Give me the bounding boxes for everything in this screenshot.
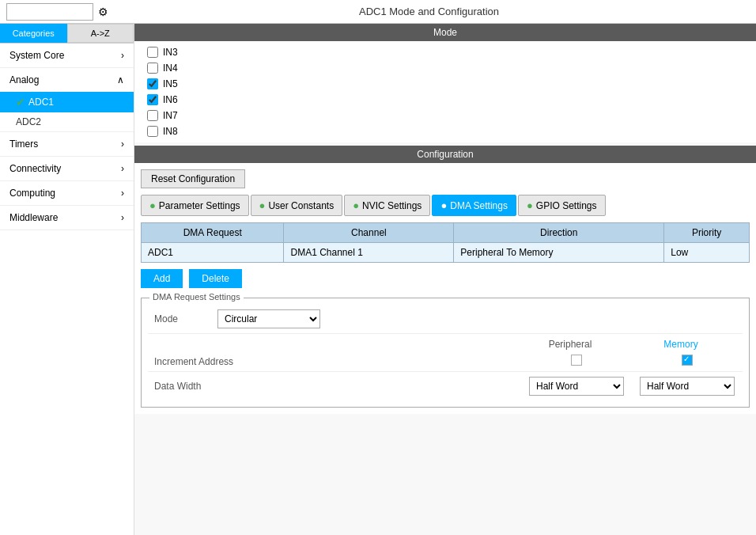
mode-header: Mode bbox=[134, 24, 756, 41]
dma-table: DMA Request Channel Direction Priority A… bbox=[141, 222, 750, 263]
tab-user-constants[interactable]: ● User Constants bbox=[251, 195, 343, 216]
tab-categories[interactable]: Categories bbox=[0, 24, 67, 43]
tab-az[interactable]: A->Z bbox=[67, 24, 134, 43]
checkbox-in7[interactable] bbox=[147, 110, 158, 121]
label-in7: IN7 bbox=[163, 110, 178, 121]
increment-address-label: Increment Address bbox=[148, 356, 521, 367]
reset-configuration-button[interactable]: Reset Configuration bbox=[141, 169, 245, 188]
sidebar: Categories A->Z System Core › Analog ∧ ✔… bbox=[0, 24, 134, 535]
label-in6: IN6 bbox=[163, 94, 178, 105]
tab-label-user-constants: User Constants bbox=[268, 200, 334, 211]
cell-direction: Peripheral To Memory bbox=[454, 243, 664, 263]
tab-parameter-settings[interactable]: ● Parameter Settings bbox=[141, 195, 249, 216]
mode-row: Mode Circular Normal bbox=[148, 305, 743, 334]
table-row[interactable]: ADC1 DMA1 Channel 1 Peripheral To Memory… bbox=[142, 243, 750, 263]
memory-data-width-select[interactable]: Half Word Byte Word bbox=[640, 377, 735, 396]
sidebar-label-timers: Timers bbox=[9, 138, 38, 150]
app-title: ADC1 Mode and Configuration bbox=[108, 6, 750, 17]
sidebar-label-middleware: Middleware bbox=[9, 212, 58, 223]
chevron-right-icon-timers: › bbox=[121, 138, 124, 150]
mode-item-in3: IN3 bbox=[147, 44, 743, 60]
chevron-right-icon-computing: › bbox=[121, 188, 124, 199]
sidebar-item-adc2[interactable]: ADC2 bbox=[0, 112, 134, 131]
sidebar-section-connectivity: Connectivity › bbox=[0, 157, 134, 181]
peripheral-increment-checkbox[interactable] bbox=[571, 355, 582, 366]
action-buttons: Add Delete bbox=[141, 269, 750, 288]
cell-priority: Low bbox=[664, 243, 750, 263]
delete-button[interactable]: Delete bbox=[189, 269, 242, 288]
sidebar-item-computing[interactable]: Computing › bbox=[0, 181, 134, 205]
configuration-header: Configuration bbox=[134, 146, 756, 163]
analog-children: ✔ ADC1 ADC2 bbox=[0, 92, 134, 131]
peripheral-checkbox-cell bbox=[521, 355, 632, 368]
sidebar-label-adc1: ADC1 bbox=[28, 97, 54, 108]
peripheral-data-width-cell: Half Word Byte Word bbox=[521, 377, 632, 396]
tab-gpio-settings[interactable]: ● GPIO Settings bbox=[518, 195, 606, 216]
cell-dma-request: ADC1 bbox=[142, 243, 284, 263]
tab-label-nvic: NVIC Settings bbox=[362, 200, 421, 211]
check-icon-dma: ● bbox=[440, 199, 447, 211]
mode-item-in8: IN8 bbox=[147, 123, 743, 139]
tab-label-gpio: GPIO Settings bbox=[536, 200, 597, 211]
check-icon-user-constants: ● bbox=[259, 199, 266, 211]
checkbox-in5[interactable] bbox=[147, 78, 158, 89]
chevron-right-icon-connectivity: › bbox=[121, 163, 124, 174]
top-bar: ⚙ ADC1 Mode and Configuration bbox=[0, 0, 756, 24]
data-width-row: Data Width Half Word Byte Word Half Word… bbox=[148, 372, 743, 400]
checkbox-in4[interactable] bbox=[147, 63, 158, 74]
memory-increment-checkbox[interactable] bbox=[682, 355, 693, 366]
check-icon-gpio: ● bbox=[527, 199, 533, 211]
configuration-content: Reset Configuration ● Parameter Settings… bbox=[134, 163, 756, 414]
sidebar-section-analog: Analog ∧ ✔ ADC1 ADC2 bbox=[0, 68, 134, 132]
sidebar-tab-bar: Categories A->Z bbox=[0, 24, 134, 44]
increment-address-row: Increment Address bbox=[148, 351, 743, 372]
add-button[interactable]: Add bbox=[141, 269, 183, 288]
dma-request-settings: DMA Request Settings Mode Circular Norma… bbox=[141, 298, 750, 408]
label-in5: IN5 bbox=[163, 78, 178, 89]
mode-list: IN3 IN4 IN5 IN6 IN7 IN8 bbox=[134, 41, 756, 142]
sidebar-label-system-core: System Core bbox=[9, 50, 64, 61]
main-layout: Categories A->Z System Core › Analog ∧ ✔… bbox=[0, 24, 756, 535]
sidebar-label-computing: Computing bbox=[9, 188, 55, 199]
tab-nvic-settings[interactable]: ● NVIC Settings bbox=[344, 195, 430, 216]
col-header-priority: Priority bbox=[664, 223, 750, 243]
checkbox-in8[interactable] bbox=[147, 126, 158, 137]
check-icon-nvic: ● bbox=[353, 199, 359, 211]
label-in8: IN8 bbox=[163, 126, 178, 137]
col-header-dma-request: DMA Request bbox=[142, 223, 284, 243]
col-header-channel: Channel bbox=[284, 223, 454, 243]
checkbox-in3[interactable] bbox=[147, 47, 158, 58]
peripheral-header: Peripheral bbox=[515, 339, 626, 350]
pm-header-row: Peripheral Memory bbox=[148, 334, 743, 351]
mode-item-in4: IN4 bbox=[147, 60, 743, 76]
peripheral-data-width-select[interactable]: Half Word Byte Word bbox=[529, 377, 624, 396]
sidebar-label-analog: Analog bbox=[9, 74, 39, 85]
chevron-right-icon-middleware: › bbox=[121, 212, 124, 223]
tab-dma-settings[interactable]: ● DMA Settings bbox=[432, 195, 516, 216]
label-in3: IN3 bbox=[163, 47, 178, 58]
content-area: Mode IN3 IN4 IN5 IN6 IN7 bbox=[134, 24, 756, 535]
label-in4: IN4 bbox=[163, 63, 178, 74]
sidebar-item-middleware[interactable]: Middleware › bbox=[0, 206, 134, 230]
tab-bar: ● Parameter Settings ● User Constants ● … bbox=[141, 195, 750, 216]
memory-checkbox-cell bbox=[632, 355, 743, 368]
memory-header: Memory bbox=[626, 339, 736, 350]
gear-button[interactable]: ⚙ bbox=[98, 6, 108, 18]
data-width-label: Data Width bbox=[148, 381, 521, 392]
sidebar-section-middleware: Middleware › bbox=[0, 206, 134, 230]
sidebar-label-connectivity: Connectivity bbox=[9, 163, 61, 174]
cell-channel: DMA1 Channel 1 bbox=[284, 243, 454, 263]
sidebar-item-system-core[interactable]: System Core › bbox=[0, 44, 134, 67]
sidebar-item-connectivity[interactable]: Connectivity › bbox=[0, 157, 134, 180]
search-input[interactable] bbox=[6, 3, 93, 21]
sidebar-label-adc2: ADC2 bbox=[16, 116, 41, 127]
sidebar-item-analog[interactable]: Analog ∧ bbox=[0, 68, 134, 92]
mode-item-in5: IN5 bbox=[147, 76, 743, 92]
check-circle-icon: ✔ bbox=[16, 96, 25, 108]
check-icon-parameter: ● bbox=[149, 199, 156, 211]
sidebar-item-timers[interactable]: Timers › bbox=[0, 132, 134, 156]
checkbox-in6[interactable] bbox=[147, 94, 158, 105]
sidebar-item-adc1[interactable]: ✔ ADC1 bbox=[0, 92, 134, 112]
mode-select[interactable]: Circular Normal bbox=[217, 309, 320, 328]
chevron-down-icon: ∧ bbox=[117, 74, 124, 85]
